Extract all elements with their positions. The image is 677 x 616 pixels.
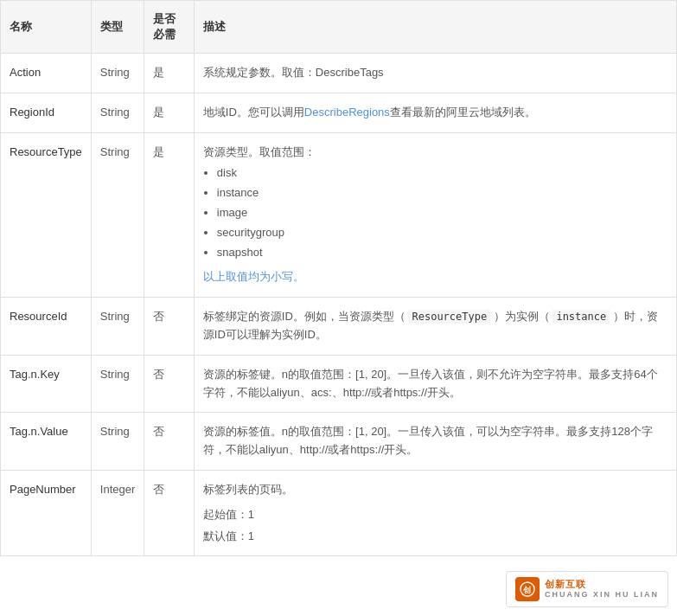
- row-type: Integer: [91, 470, 144, 555]
- desc-text-2: 查看最新的阿里云地域列表。: [390, 106, 536, 119]
- row-name: Tag.n.Key: [1, 355, 92, 413]
- row-desc: 资源的标签值。n的取值范围：[1, 20]。一旦传入该值，可以为空字符串。最多支…: [194, 413, 676, 471]
- row-required: 否: [144, 413, 195, 471]
- list-item: snapshot: [217, 244, 667, 262]
- code-instance: instance: [552, 310, 610, 324]
- desc-text-1: 地域ID。您可以调用: [203, 106, 304, 119]
- code-resource-type: ResourceType: [408, 310, 490, 324]
- row-desc: 地域ID。您可以调用DescribeRegions查看最新的阿里云地域列表。: [194, 93, 676, 132]
- list-item: image: [217, 204, 667, 222]
- describe-regions-link[interactable]: DescribeRegions: [304, 106, 390, 119]
- table-row: Action String 是 系统规定参数。取值：DescribeTags: [1, 54, 677, 93]
- row-required: 否: [144, 355, 195, 413]
- desc-note: 以上取值均为小写。: [203, 270, 304, 283]
- row-type: String: [91, 413, 144, 471]
- row-required: 否: [144, 298, 195, 356]
- row-required: 否: [144, 470, 195, 555]
- resource-type-list: disk instance image securitygroup snapsh…: [217, 164, 667, 261]
- table-row: ResourceType String 是 资源类型。取值范围： disk in…: [1, 132, 677, 298]
- row-required: 是: [144, 132, 195, 298]
- row-required: 是: [144, 93, 195, 132]
- col-header-required: 是否必需: [144, 1, 195, 54]
- row-type: String: [91, 298, 144, 356]
- desc-intro: 标签列表的页码。: [203, 481, 667, 499]
- list-item: securitygroup: [217, 224, 667, 242]
- row-name: Tag.n.Value: [1, 413, 92, 471]
- table-row: ResourceId String 否 标签绑定的资源ID。例如，当资源类型（ …: [1, 298, 677, 356]
- desc-default2: 默认值：1: [203, 528, 667, 546]
- row-type: String: [91, 93, 144, 132]
- row-desc: 标签绑定的资源ID。例如，当资源类型（ ResourceType ）为实例（ i…: [194, 298, 676, 356]
- list-item: disk: [217, 164, 667, 183]
- row-type: String: [91, 132, 144, 298]
- row-name: Action: [1, 54, 92, 93]
- table-row: RegionId String 是 地域ID。您可以调用DescribeRegi…: [1, 93, 677, 132]
- table-row: Tag.n.Value String 否 资源的标签值。n的取值范围：[1, 2…: [1, 413, 677, 471]
- row-name: PageNumber: [1, 470, 92, 555]
- table-row: Tag.n.Key String 否 资源的标签键。n的取值范围：[1, 20]…: [1, 355, 677, 413]
- row-type: String: [91, 54, 144, 93]
- row-name: RegionId: [1, 93, 92, 132]
- list-item: instance: [217, 184, 667, 202]
- row-type: String: [91, 355, 144, 413]
- row-desc: 资源的标签键。n的取值范围：[1, 20]。一旦传入该值，则不允许为空字符串。最…: [194, 355, 676, 413]
- col-header-desc: 描述: [194, 1, 676, 54]
- row-desc: 标签列表的页码。 起始值：1 默认值：1: [194, 470, 676, 555]
- col-header-type: 类型: [91, 1, 144, 54]
- table-row: PageNumber Integer 否 标签列表的页码。 起始值：1 默认值：…: [1, 470, 677, 555]
- row-desc: 系统规定参数。取值：DescribeTags: [194, 54, 676, 93]
- params-table: 名称 类型 是否必需 描述 Action String 是 系统规定参数。取值：…: [0, 0, 677, 556]
- row-name: ResourceType: [1, 132, 92, 298]
- desc-default1: 起始值：1: [203, 506, 667, 524]
- row-required: 是: [144, 54, 195, 93]
- row-name: ResourceId: [1, 298, 92, 356]
- row-desc: 资源类型。取值范围： disk instance image securityg…: [194, 132, 676, 298]
- col-header-name: 名称: [1, 1, 92, 54]
- desc-intro: 资源类型。取值范围：: [203, 145, 316, 158]
